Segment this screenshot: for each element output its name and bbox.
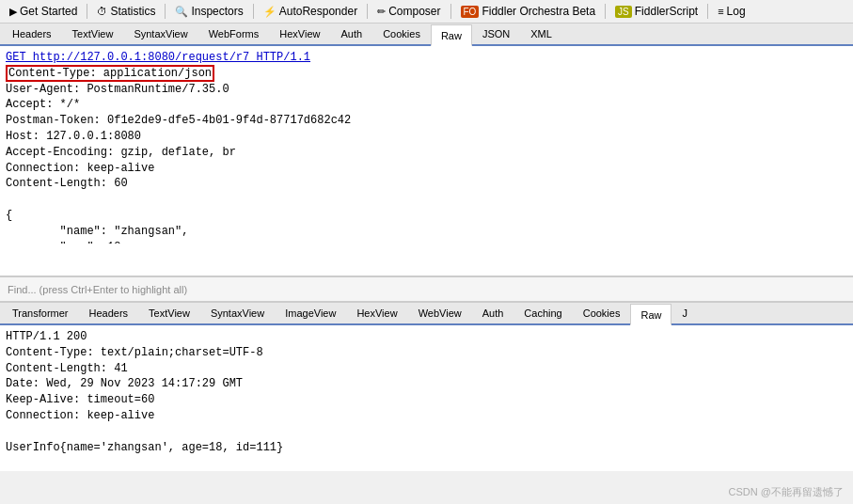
tab-textview[interactable]: TextView [62, 24, 124, 44]
tab-resp-j[interactable]: J [671, 303, 698, 323]
inspectors-icon: 🔍 [175, 6, 188, 18]
tab-resp-cookies[interactable]: Cookies [573, 303, 631, 323]
menu-composer[interactable]: ✏ Composer [370, 0, 448, 23]
watermark: CSDN @不能再留遗憾了 [729, 485, 844, 499]
get-started-icon: ▶ [9, 6, 17, 18]
request-content-area[interactable]: GET http://127.0.0.1:8080/request/r7 HTT… [0, 46, 853, 244]
request-panel: GET http://127.0.0.1:8080/request/r7 HTT… [0, 46, 853, 276]
tab-webforms[interactable]: WebForms [198, 24, 270, 44]
find-placeholder: Find... (press Ctrl+Enter to highlight a… [8, 284, 187, 295]
separator [87, 4, 87, 19]
request-tab-bar: Headers TextView SyntaxView WebForms Hex… [0, 24, 853, 46]
tab-syntaxview[interactable]: SyntaxView [123, 24, 197, 44]
find-bar: Find... (press Ctrl+Enter to highlight a… [0, 276, 853, 303]
tab-cookies[interactable]: Cookies [372, 24, 431, 44]
menu-autoresponder[interactable]: ⚡ AutoResponder [256, 0, 365, 23]
separator [605, 4, 606, 19]
tab-resp-raw[interactable]: Raw [630, 304, 671, 325]
response-content-area[interactable]: HTTP/1.1 200 Content-Type: text/plain;ch… [0, 325, 853, 471]
menu-statistics[interactable]: ⏱ Statistics [89, 0, 163, 23]
separator [707, 4, 708, 19]
request-body: { "name": "zhangsan", "age": 18, "id": 1… [6, 209, 188, 244]
menu-inspectors[interactable]: 🔍 Inspectors [167, 0, 250, 23]
tab-resp-headers[interactable]: Headers [79, 303, 139, 323]
separator [253, 4, 254, 19]
tab-json[interactable]: JSON [472, 24, 520, 44]
fo-icon: FO [461, 6, 480, 18]
tab-resp-hexview[interactable]: HexView [346, 303, 407, 323]
tab-hexview[interactable]: HexView [269, 24, 330, 44]
menu-fiddlerscript[interactable]: JS FiddlerScript [608, 0, 705, 23]
fiddlerscript-icon: JS [615, 6, 632, 18]
menu-log[interactable]: ≡ Log [710, 0, 752, 23]
tab-raw[interactable]: Raw [431, 24, 472, 46]
statistics-icon: ⏱ [97, 6, 107, 17]
tab-resp-textview[interactable]: TextView [138, 303, 200, 323]
log-icon: ≡ [718, 6, 723, 17]
highlighted-content-type: Content-Type: application/json [6, 65, 214, 82]
request-line[interactable]: GET http://127.0.0.1:8080/request/r7 HTT… [6, 51, 310, 64]
tab-caching[interactable]: Caching [513, 303, 572, 323]
tab-transformer[interactable]: Transformer [2, 303, 79, 323]
autoresponder-icon: ⚡ [263, 6, 276, 18]
separator [165, 4, 166, 19]
top-menu-bar: ▶ Get Started ⏱ Statistics 🔍 Inspectors … [0, 0, 853, 24]
response-tab-bar: Transformer Headers TextView SyntaxView … [0, 303, 853, 325]
tab-auth[interactable]: Auth [331, 24, 373, 44]
tab-webview[interactable]: WebView [408, 303, 472, 323]
tab-headers[interactable]: Headers [2, 24, 62, 44]
request-headers: User-Agent: PostmanRuntime/7.35.0 Accept… [6, 83, 351, 191]
tab-resp-auth[interactable]: Auth [472, 303, 514, 323]
tab-xml[interactable]: XML [520, 24, 562, 44]
panel-container: Headers TextView SyntaxView WebForms Hex… [0, 24, 853, 504]
separator [367, 4, 368, 19]
menu-get-started[interactable]: ▶ Get Started [2, 0, 85, 23]
composer-icon: ✏ [377, 6, 386, 18]
tab-imageview[interactable]: ImageView [275, 303, 346, 323]
tab-resp-syntaxview[interactable]: SyntaxView [200, 303, 275, 323]
separator [450, 4, 451, 19]
menu-fiddler-orchestra[interactable]: FO Fiddler Orchestra Beta [453, 0, 604, 23]
